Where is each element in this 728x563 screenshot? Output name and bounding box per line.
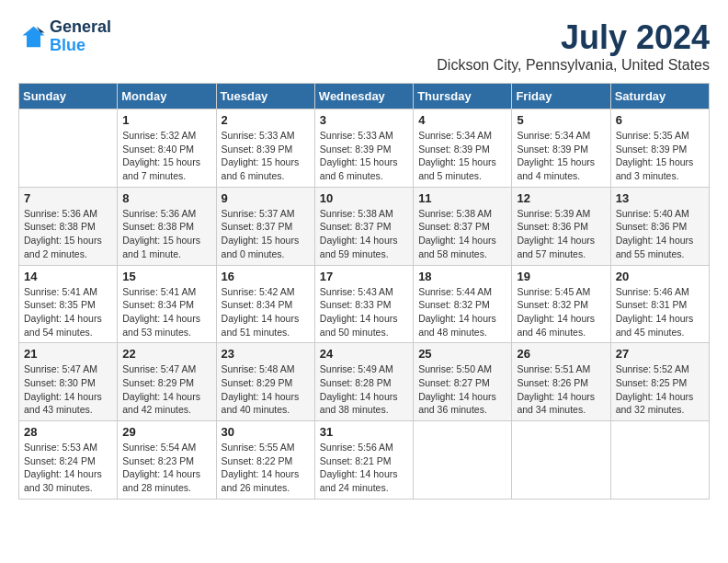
day-info: Sunrise: 5:38 AM Sunset: 8:37 PM Dayligh… (320, 207, 408, 261)
calendar-cell: 17Sunrise: 5:43 AM Sunset: 8:33 PM Dayli… (314, 265, 413, 343)
day-info: Sunrise: 5:43 AM Sunset: 8:33 PM Dayligh… (320, 285, 408, 339)
calendar-cell: 31Sunrise: 5:56 AM Sunset: 8:21 PM Dayli… (314, 421, 413, 500)
day-number: 24 (320, 347, 408, 361)
day-info: Sunrise: 5:39 AM Sunset: 8:36 PM Dayligh… (517, 207, 605, 261)
page-header: General Blue July 2024 Dickson City, Pen… (18, 18, 710, 74)
calendar-week-5: 28Sunrise: 5:53 AM Sunset: 8:24 PM Dayli… (19, 421, 710, 500)
day-number: 11 (418, 191, 506, 205)
day-number: 7 (24, 191, 112, 205)
calendar-week-4: 21Sunrise: 5:47 AM Sunset: 8:30 PM Dayli… (19, 343, 710, 421)
calendar-cell: 6Sunrise: 5:35 AM Sunset: 8:39 PM Daylig… (610, 109, 709, 188)
day-info: Sunrise: 5:41 AM Sunset: 8:35 PM Dayligh… (24, 285, 112, 339)
day-info: Sunrise: 5:54 AM Sunset: 8:23 PM Dayligh… (122, 441, 210, 495)
day-number: 20 (616, 270, 704, 283)
calendar-cell (610, 421, 709, 500)
calendar-cell: 18Sunrise: 5:44 AM Sunset: 8:32 PM Dayli… (414, 265, 512, 343)
month-year: July 2024 (437, 18, 710, 57)
day-info: Sunrise: 5:56 AM Sunset: 8:21 PM Dayligh… (320, 441, 408, 495)
calendar-cell: 2Sunrise: 5:33 AM Sunset: 8:39 PM Daylig… (216, 109, 314, 188)
calendar-cell: 4Sunrise: 5:34 AM Sunset: 8:39 PM Daylig… (414, 109, 512, 188)
day-number: 2 (222, 113, 310, 127)
day-info: Sunrise: 5:46 AM Sunset: 8:31 PM Dayligh… (616, 285, 704, 339)
day-info: Sunrise: 5:36 AM Sunset: 8:38 PM Dayligh… (122, 207, 210, 261)
logo-icon (18, 23, 46, 51)
day-number: 21 (24, 347, 112, 361)
header-friday: Friday (512, 84, 610, 109)
calendar-cell: 13Sunrise: 5:40 AM Sunset: 8:36 PM Dayli… (610, 187, 709, 265)
day-number: 13 (616, 191, 704, 205)
calendar-cell: 8Sunrise: 5:36 AM Sunset: 8:38 PM Daylig… (118, 187, 216, 265)
day-number: 27 (616, 347, 704, 361)
calendar-cell: 16Sunrise: 5:42 AM Sunset: 8:34 PM Dayli… (216, 265, 314, 343)
day-info: Sunrise: 5:33 AM Sunset: 8:39 PM Dayligh… (222, 129, 310, 183)
calendar-cell: 5Sunrise: 5:34 AM Sunset: 8:39 PM Daylig… (512, 109, 610, 188)
calendar-cell (19, 109, 118, 188)
day-number: 18 (418, 270, 506, 283)
day-number: 28 (24, 425, 112, 439)
day-number: 5 (517, 113, 605, 127)
day-info: Sunrise: 5:49 AM Sunset: 8:28 PM Dayligh… (320, 362, 408, 417)
calendar-cell: 30Sunrise: 5:55 AM Sunset: 8:22 PM Dayli… (216, 421, 314, 500)
day-number: 8 (122, 191, 210, 205)
header-wednesday: Wednesday (314, 84, 413, 109)
day-info: Sunrise: 5:41 AM Sunset: 8:34 PM Dayligh… (122, 285, 210, 339)
day-info: Sunrise: 5:45 AM Sunset: 8:32 PM Dayligh… (517, 285, 605, 339)
day-info: Sunrise: 5:38 AM Sunset: 8:37 PM Dayligh… (418, 207, 506, 261)
day-info: Sunrise: 5:52 AM Sunset: 8:25 PM Dayligh… (616, 362, 704, 417)
header-sunday: Sunday (19, 84, 118, 109)
day-info: Sunrise: 5:51 AM Sunset: 8:26 PM Dayligh… (517, 362, 605, 417)
day-info: Sunrise: 5:32 AM Sunset: 8:40 PM Dayligh… (122, 129, 210, 183)
calendar-table: SundayMondayTuesdayWednesdayThursdayFrid… (18, 83, 710, 500)
day-number: 1 (122, 113, 210, 127)
header-saturday: Saturday (610, 84, 709, 109)
calendar-cell: 21Sunrise: 5:47 AM Sunset: 8:30 PM Dayli… (19, 343, 118, 421)
day-info: Sunrise: 5:47 AM Sunset: 8:30 PM Dayligh… (24, 362, 112, 417)
location: Dickson City, Pennsylvania, United State… (437, 57, 710, 74)
calendar-week-1: 1Sunrise: 5:32 AM Sunset: 8:40 PM Daylig… (19, 109, 710, 188)
calendar-week-3: 14Sunrise: 5:41 AM Sunset: 8:35 PM Dayli… (19, 265, 710, 343)
day-info: Sunrise: 5:33 AM Sunset: 8:39 PM Dayligh… (320, 129, 408, 183)
calendar-cell: 11Sunrise: 5:38 AM Sunset: 8:37 PM Dayli… (414, 187, 512, 265)
calendar-header-row: SundayMondayTuesdayWednesdayThursdayFrid… (19, 84, 710, 109)
day-number: 19 (517, 270, 605, 283)
calendar-week-2: 7Sunrise: 5:36 AM Sunset: 8:38 PM Daylig… (19, 187, 710, 265)
day-number: 10 (320, 191, 408, 205)
day-info: Sunrise: 5:36 AM Sunset: 8:38 PM Dayligh… (24, 207, 112, 261)
calendar-cell: 28Sunrise: 5:53 AM Sunset: 8:24 PM Dayli… (19, 421, 118, 500)
day-number: 3 (320, 113, 408, 127)
day-number: 22 (122, 347, 210, 361)
day-number: 9 (222, 191, 310, 205)
day-info: Sunrise: 5:55 AM Sunset: 8:22 PM Dayligh… (222, 441, 310, 495)
calendar-cell: 14Sunrise: 5:41 AM Sunset: 8:35 PM Dayli… (19, 265, 118, 343)
day-info: Sunrise: 5:37 AM Sunset: 8:37 PM Dayligh… (222, 207, 310, 261)
day-info: Sunrise: 5:48 AM Sunset: 8:29 PM Dayligh… (222, 362, 310, 417)
logo-line2: Blue (50, 37, 111, 55)
day-number: 12 (517, 191, 605, 205)
day-info: Sunrise: 5:40 AM Sunset: 8:36 PM Dayligh… (616, 207, 704, 261)
day-info: Sunrise: 5:50 AM Sunset: 8:27 PM Dayligh… (418, 362, 506, 417)
svg-marker-0 (23, 27, 45, 48)
calendar-cell: 10Sunrise: 5:38 AM Sunset: 8:37 PM Dayli… (314, 187, 413, 265)
header-thursday: Thursday (414, 84, 512, 109)
calendar-cell: 22Sunrise: 5:47 AM Sunset: 8:29 PM Dayli… (118, 343, 216, 421)
calendar-cell: 7Sunrise: 5:36 AM Sunset: 8:38 PM Daylig… (19, 187, 118, 265)
logo-line1: General (50, 18, 111, 37)
title-block: July 2024 Dickson City, Pennsylvania, Un… (437, 18, 710, 74)
day-number: 6 (616, 113, 704, 127)
header-monday: Monday (118, 84, 216, 109)
calendar-cell (512, 421, 610, 500)
day-number: 16 (222, 270, 310, 283)
calendar-cell: 26Sunrise: 5:51 AM Sunset: 8:26 PM Dayli… (512, 343, 610, 421)
calendar-cell: 1Sunrise: 5:32 AM Sunset: 8:40 PM Daylig… (118, 109, 216, 188)
calendar-cell: 24Sunrise: 5:49 AM Sunset: 8:28 PM Dayli… (314, 343, 413, 421)
day-number: 17 (320, 270, 408, 283)
header-tuesday: Tuesday (216, 84, 314, 109)
calendar-cell: 23Sunrise: 5:48 AM Sunset: 8:29 PM Dayli… (216, 343, 314, 421)
day-number: 31 (320, 425, 408, 439)
day-info: Sunrise: 5:35 AM Sunset: 8:39 PM Dayligh… (616, 129, 704, 183)
calendar-cell: 19Sunrise: 5:45 AM Sunset: 8:32 PM Dayli… (512, 265, 610, 343)
day-info: Sunrise: 5:44 AM Sunset: 8:32 PM Dayligh… (418, 285, 506, 339)
calendar-cell: 25Sunrise: 5:50 AM Sunset: 8:27 PM Dayli… (414, 343, 512, 421)
day-info: Sunrise: 5:53 AM Sunset: 8:24 PM Dayligh… (24, 441, 112, 495)
day-number: 26 (517, 347, 605, 361)
